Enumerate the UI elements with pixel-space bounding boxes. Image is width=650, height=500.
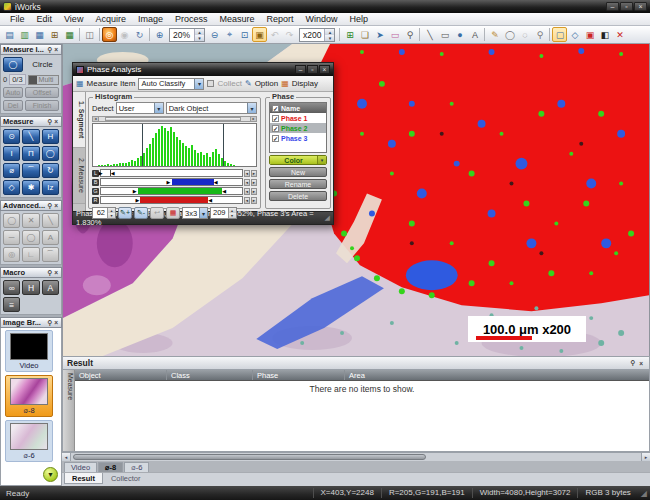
phase-checkbox[interactable]: ✓ — [272, 115, 279, 122]
histogram-scrollbar[interactable]: ◂▸ — [92, 116, 257, 122]
measure-side-tab[interactable]: Measure — [63, 370, 75, 451]
rotate-icon[interactable]: ↻ — [132, 27, 147, 42]
macro-list-icon[interactable]: ≡ — [3, 297, 20, 312]
pin-icon[interactable]: ⚲ — [46, 201, 53, 210]
redo-icon[interactable]: ↷ — [282, 27, 297, 42]
undo-icon[interactable]: ↶ — [267, 27, 282, 42]
thumbnail-6[interactable]: ⌀-6 — [5, 420, 53, 462]
ellipse-tool-icon[interactable]: ◯ — [502, 27, 517, 42]
select-all-checkbox[interactable]: ✓ — [272, 105, 279, 112]
channel-row-l[interactable]: L▶◀◂▸ — [92, 169, 257, 177]
close-icon[interactable]: × — [53, 268, 59, 277]
annotate-red-icon[interactable]: ▣ — [582, 27, 597, 42]
filled-circle-tool-icon[interactable]: ● — [452, 27, 467, 42]
result-column-header[interactable]: Class — [167, 370, 253, 380]
menu-item[interactable]: Image — [132, 14, 169, 24]
close-button[interactable]: × — [634, 2, 647, 11]
delete-phase-button[interactable]: Delete — [269, 191, 327, 201]
delete-all-icon[interactable]: ✕ — [612, 27, 627, 42]
circle-tool-button[interactable]: ◯ — [3, 57, 23, 72]
object-type-combo[interactable]: Dark Object ▾ — [166, 102, 257, 114]
grid-icon[interactable]: ⊞ — [342, 27, 357, 42]
menu-item[interactable]: Measure — [213, 14, 260, 24]
close-icon[interactable]: × — [53, 318, 59, 327]
menu-item[interactable]: File — [4, 14, 31, 24]
dialog-close-button[interactable]: × — [319, 65, 330, 74]
channel-row-b[interactable]: B▶◀◂▸ — [92, 178, 257, 186]
pin-icon[interactable]: ⚲ — [46, 117, 53, 126]
grid-filter-button[interactable]: ▦ — [166, 207, 180, 219]
option-button[interactable]: Option — [255, 79, 279, 88]
advanced-tool-button[interactable]: ◯ — [3, 213, 20, 228]
pencil-icon[interactable]: ✎ — [487, 27, 502, 42]
pin-icon[interactable]: ⚲ — [46, 318, 53, 327]
text-tool-icon[interactable]: A — [467, 27, 482, 42]
channel-row-r[interactable]: R▶◀◂▸ — [92, 196, 257, 204]
kernel-combo[interactable]: 3x3 ▾ — [182, 207, 208, 219]
rename-phase-button[interactable]: Rename — [269, 179, 327, 189]
eraser-button[interactable]: ↩ — [150, 207, 164, 219]
zoom-percent-combo[interactable]: 20% ▴▾ — [169, 28, 205, 42]
new-image-icon[interactable]: ▤ — [2, 27, 17, 42]
result-column-header[interactable]: Object — [75, 370, 167, 380]
dialog-title-bar[interactable]: Phase Analysis – ▫ × — [73, 63, 333, 76]
point-tool-icon[interactable]: ⊙ — [3, 129, 20, 144]
capture-icon[interactable]: ◎ — [102, 27, 117, 42]
select-rect-icon[interactable]: ▢ — [552, 27, 567, 42]
thumbnail-video[interactable]: Video — [5, 330, 53, 372]
save-icon[interactable]: ▦ — [32, 27, 47, 42]
zoom-spinner[interactable]: ▴▾ — [194, 29, 204, 41]
delete-image-icon[interactable]: ◫ — [82, 27, 97, 42]
zoom-out-icon[interactable]: ⊖ — [207, 27, 222, 42]
freeform-tool-icon[interactable]: ✱ — [22, 180, 39, 195]
fit-window-icon[interactable]: ⊡ — [237, 27, 252, 42]
advanced-tool-button[interactable]: ◎ — [3, 247, 20, 262]
phase-checkbox[interactable]: ✓ — [272, 125, 279, 132]
channel-row-g[interactable]: G▶◀◂▸ — [92, 187, 257, 195]
measure-action-button[interactable]: Finish — [25, 100, 59, 111]
channel-spin-buttons[interactable]: ◂▸ — [244, 179, 257, 186]
measure-action-button[interactable]: Del — [3, 100, 23, 111]
lasso-tool-icon[interactable]: ◌ — [517, 27, 532, 42]
step-tab[interactable]: 1. Segment — [73, 92, 85, 148]
channel-spin-buttons[interactable]: ◂▸ — [244, 170, 257, 177]
result-column-header[interactable]: Phase — [253, 370, 345, 380]
batch-save-icon[interactable]: ⊞ — [47, 27, 62, 42]
phase-row[interactable]: ✓ Phase 2 — [270, 123, 326, 133]
advanced-tool-button[interactable]: ∟ — [22, 247, 39, 262]
step-tab[interactable]: 2. Measure — [73, 148, 85, 204]
resize-grip-icon[interactable]: ◢ — [325, 214, 330, 222]
select-poly-icon[interactable]: ◇ — [567, 27, 582, 42]
diameter-tool-icon[interactable]: ⌀ — [3, 163, 20, 178]
low-threshold-spinner[interactable]: 62 ▴▾ — [92, 207, 116, 219]
scroll-right-icon[interactable]: ▸ — [641, 453, 650, 461]
find-icon[interactable]: ⚲ — [402, 27, 417, 42]
scroll-left-icon[interactable]: ◂ — [62, 453, 71, 461]
pin-icon[interactable]: ⚲ — [46, 268, 53, 277]
browser-expand-button[interactable]: ▼ — [43, 467, 58, 482]
pin-icon[interactable]: ⚲ — [46, 45, 53, 54]
rotate-tool-icon[interactable]: ↻ — [42, 163, 59, 178]
document-tab[interactable]: ⌀-8 — [98, 462, 123, 472]
advanced-tool-button[interactable]: ─ — [3, 230, 20, 245]
macro-h-icon[interactable]: H — [22, 280, 39, 295]
high-threshold-spinner[interactable]: 209 ▴▾ — [210, 207, 237, 219]
new-phase-button[interactable]: New — [269, 167, 327, 177]
advanced-tool-button[interactable]: ◯ — [22, 230, 39, 245]
result-column-header[interactable]: Area — [345, 370, 649, 380]
multi-toggle[interactable]: Multi — [28, 75, 59, 85]
contrast-icon[interactable]: ◧ — [597, 27, 612, 42]
roi-icon[interactable]: ▭ — [387, 27, 402, 42]
magnify-tool-icon[interactable]: ⚲ — [532, 27, 547, 42]
zoom-actual-icon[interactable]: ⌖ — [222, 27, 237, 42]
measure-action-button[interactable]: Offset — [25, 87, 59, 98]
layers-icon[interactable]: ❏ — [357, 27, 372, 42]
open-image-icon[interactable]: ▥ — [17, 27, 32, 42]
advanced-tool-button[interactable]: ✕ — [22, 213, 39, 228]
channel-spin-buttons[interactable]: ◂▸ — [244, 188, 257, 195]
thumbnail-8[interactable]: ⌀-8 — [5, 375, 53, 417]
color-button[interactable]: Color ▾ — [269, 155, 327, 165]
image-horizontal-scrollbar[interactable]: ◂ ▸ — [62, 452, 650, 461]
close-icon[interactable]: × — [53, 201, 59, 210]
dialog-minimize-button[interactable]: – — [295, 65, 306, 74]
